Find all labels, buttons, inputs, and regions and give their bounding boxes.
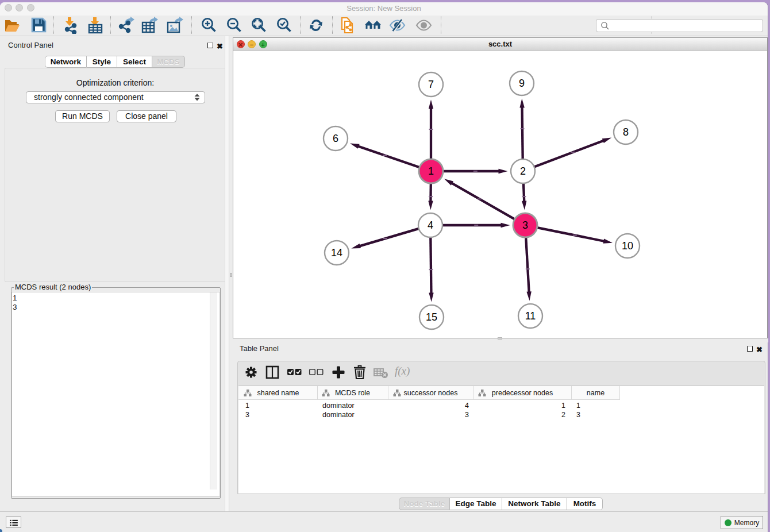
svg-text:1: 1: [428, 165, 434, 177]
svg-text:2: 2: [520, 165, 526, 177]
svg-text:6: 6: [333, 133, 338, 144]
svg-text:3: 3: [522, 219, 528, 231]
svg-text:11: 11: [525, 310, 536, 322]
svg-text:14: 14: [331, 247, 342, 259]
svg-text:8: 8: [623, 126, 629, 138]
svg-text:9: 9: [519, 78, 525, 89]
svg-text:7: 7: [428, 79, 434, 90]
svg-text:4: 4: [428, 219, 433, 231]
svg-text:10: 10: [622, 240, 633, 252]
svg-text:15: 15: [426, 311, 437, 323]
